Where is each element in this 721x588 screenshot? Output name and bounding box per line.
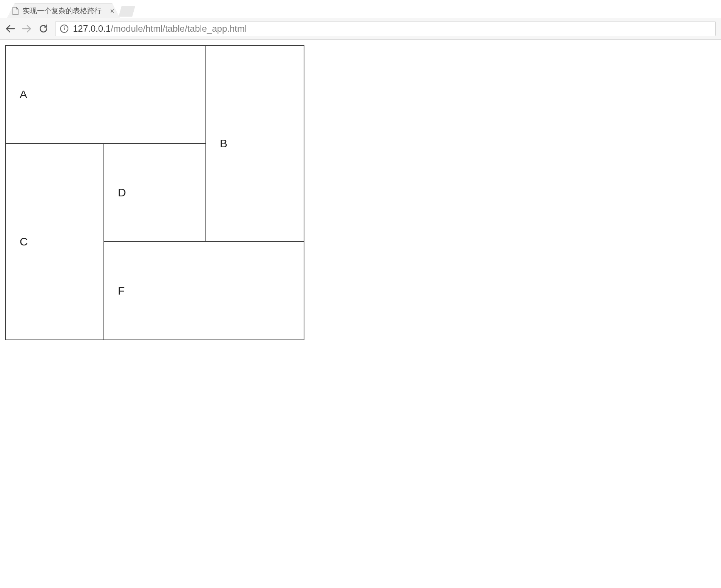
url-path: /module/html/table/table_app.html	[111, 23, 247, 34]
browser-tab[interactable]: 实现一个复杂的表格跨行 ×	[7, 3, 120, 18]
forward-button[interactable]	[22, 24, 32, 34]
browser-toolbar: i 127.0.0.1/module/html/table/table_app.…	[0, 18, 721, 39]
address-bar[interactable]: i 127.0.0.1/module/html/table/table_app.…	[55, 21, 716, 36]
cell-b: B	[206, 45, 304, 242]
cell-f: F	[104, 242, 304, 340]
demo-table: A B C D F	[5, 45, 304, 340]
page-content: A B C D F	[0, 40, 721, 346]
url-text: 127.0.0.1/module/html/table/table_app.ht…	[73, 23, 247, 34]
site-info-icon[interactable]: i	[60, 25, 68, 33]
new-tab-button[interactable]	[119, 6, 135, 17]
reload-button[interactable]	[39, 24, 48, 34]
file-icon	[12, 7, 19, 15]
close-icon[interactable]: ×	[110, 8, 115, 14]
cell-d: D	[104, 144, 206, 242]
tab-strip: 实现一个复杂的表格跨行 ×	[0, 0, 721, 18]
cell-c: C	[6, 144, 104, 340]
back-button[interactable]	[5, 24, 15, 34]
browser-chrome: 实现一个复杂的表格跨行 × i 127.0.0.	[0, 0, 721, 40]
cell-a: A	[6, 45, 206, 144]
url-host: 127.0.0.1	[73, 23, 111, 34]
tab-title: 实现一个复杂的表格跨行	[23, 6, 107, 16]
